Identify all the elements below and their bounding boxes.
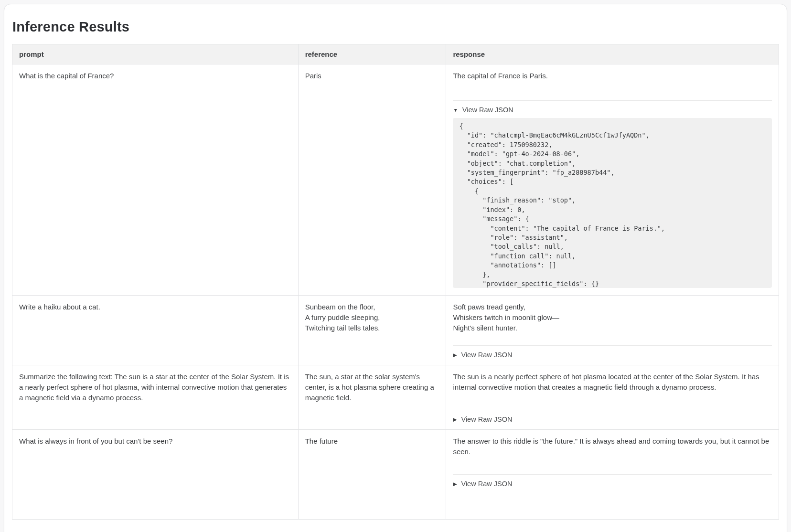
reference-text: Paris xyxy=(305,71,439,81)
header-row: prompt reference response xyxy=(12,44,779,64)
response-cell: Soft paws tread gently, Whiskers twitch … xyxy=(446,296,779,365)
prompt-cell: What is always in front of you but can't… xyxy=(12,430,299,520)
inference-results-table: prompt reference response What is the ca… xyxy=(12,44,779,520)
page-title: Inference Results xyxy=(12,19,779,35)
raw-json-block[interactable]: { "id": "chatcmpl-BmqEac6cM4kGLznU5Ccf1w… xyxy=(453,118,772,288)
response-text: The sun is a nearly perfect sphere of ho… xyxy=(453,372,772,393)
caret-right-icon: ▶ xyxy=(453,417,457,422)
prompt-cell: Summarize the following text: The sun is… xyxy=(12,365,299,430)
prompt-text: Summarize the following text: The sun is… xyxy=(19,372,291,403)
reference-cell: The sun, a star at the solar system's ce… xyxy=(298,365,446,430)
toggle-label: View Raw JSON xyxy=(461,351,512,359)
caret-down-icon: ▼ xyxy=(453,107,458,113)
column-header-prompt: prompt xyxy=(12,44,299,64)
prompt-text: What is always in front of you but can't… xyxy=(19,436,291,447)
response-cell: The capital of France is Paris. ▼ View R… xyxy=(446,64,779,296)
response-cell: The answer to this riddle is "the future… xyxy=(446,430,779,520)
view-raw-json-toggle[interactable]: ▶ View Raw JSON xyxy=(453,346,512,359)
table-row: Write a haiku about a cat. Sunbeam on th… xyxy=(12,296,779,365)
reference-cell: Sunbeam on the floor, A furry puddle sle… xyxy=(298,296,446,365)
reference-cell: Paris xyxy=(298,64,446,296)
reference-text: The future xyxy=(305,436,439,447)
reference-text: The sun, a star at the solar system's ce… xyxy=(305,372,439,403)
toggle-label: View Raw JSON xyxy=(462,106,513,114)
table-row: What is the capital of France? Paris The… xyxy=(12,64,779,296)
view-raw-json-toggle[interactable]: ▼ View Raw JSON xyxy=(453,101,513,114)
prompt-text: Write a haiku about a cat. xyxy=(19,302,291,312)
view-raw-json-toggle[interactable]: ▶ View Raw JSON xyxy=(453,475,512,488)
response-text: The capital of France is Paris. xyxy=(453,71,772,81)
toggle-label: View Raw JSON xyxy=(461,480,512,488)
caret-right-icon: ▶ xyxy=(453,481,457,487)
response-text: The answer to this riddle is "the future… xyxy=(453,436,772,457)
reference-text: Sunbeam on the floor, A furry puddle sle… xyxy=(305,302,439,333)
response-cell: The sun is a nearly perfect sphere of ho… xyxy=(446,365,779,430)
prompt-cell: Write a haiku about a cat. xyxy=(12,296,299,365)
column-header-reference: reference xyxy=(298,44,446,64)
view-raw-json-toggle[interactable]: ▶ View Raw JSON xyxy=(453,410,512,423)
prompt-cell: What is the capital of France? xyxy=(12,64,299,296)
toggle-label: View Raw JSON xyxy=(461,415,512,423)
column-header-response: response xyxy=(446,44,779,64)
response-text: Soft paws tread gently, Whiskers twitch … xyxy=(453,302,772,333)
caret-right-icon: ▶ xyxy=(453,352,457,358)
reference-cell: The future xyxy=(298,430,446,520)
prompt-text: What is the capital of France? xyxy=(19,71,291,81)
table-row: What is always in front of you but can't… xyxy=(12,430,779,520)
results-card: Inference Results prompt reference respo… xyxy=(4,4,787,532)
table-row: Summarize the following text: The sun is… xyxy=(12,365,779,430)
